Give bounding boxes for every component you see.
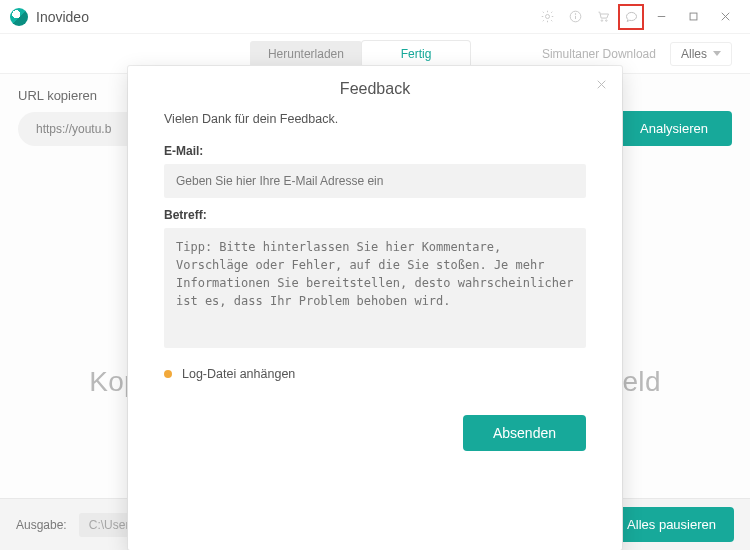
svg-point-5: [605, 20, 607, 22]
email-field[interactable]: [164, 164, 586, 198]
info-icon[interactable]: [562, 4, 588, 30]
toggle-dot-icon: [164, 370, 172, 378]
svg-point-0: [545, 15, 549, 19]
gear-icon[interactable]: [534, 4, 560, 30]
analyse-button[interactable]: Analysieren: [616, 111, 732, 146]
app-logo-icon: [10, 8, 28, 26]
tab-finished[interactable]: Fertig: [362, 41, 470, 67]
pause-all-button[interactable]: Alles pausieren: [609, 507, 734, 542]
chevron-down-icon: [713, 51, 721, 56]
subject-field[interactable]: [164, 228, 586, 348]
cart-icon[interactable]: [590, 4, 616, 30]
close-icon[interactable]: [595, 78, 608, 94]
feedback-modal: Feedback Vielen Dank für dein Feedback. …: [128, 66, 622, 550]
send-button[interactable]: Absenden: [463, 415, 586, 451]
modal-thanks: Vielen Dank für dein Feedback.: [164, 112, 586, 126]
feedback-icon[interactable]: [618, 4, 644, 30]
app-title: Inovideo: [36, 9, 89, 25]
attach-log-toggle[interactable]: Log-Datei anhängen: [164, 367, 586, 381]
svg-point-3: [575, 14, 576, 15]
close-window-button[interactable]: [710, 4, 740, 30]
maximize-button[interactable]: [678, 4, 708, 30]
minimize-button[interactable]: [646, 4, 676, 30]
filter-dropdown[interactable]: Alles: [670, 42, 732, 66]
modal-title: Feedback: [340, 80, 410, 98]
filter-label: Alles: [681, 47, 707, 61]
attach-label: Log-Datei anhängen: [182, 367, 295, 381]
tab-download[interactable]: Herunterladen: [250, 41, 362, 67]
svg-point-4: [601, 20, 603, 22]
subject-label: Betreff:: [164, 208, 586, 222]
titlebar: Inovideo: [0, 0, 750, 34]
tab-group: Herunterladen Fertig: [250, 41, 470, 67]
email-label: E-Mail:: [164, 144, 586, 158]
svg-rect-7: [690, 13, 697, 20]
output-label: Ausgabe:: [16, 518, 67, 532]
simultaneous-download-label[interactable]: Simultaner Download: [542, 47, 656, 61]
